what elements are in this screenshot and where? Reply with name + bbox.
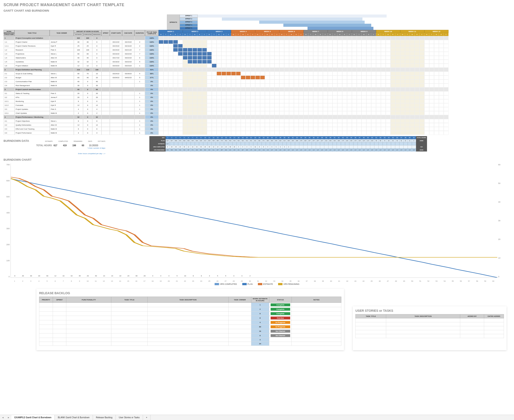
burndown-data-title: BURNDOWN DATA [4, 139, 29, 142]
task-row[interactable]: 2.3Communication PlanMalik M 40040 10% [4, 80, 510, 83]
backlog-table[interactable]: PRIORITYSPRINTFUNCTIONALITYTASK TITLETAS… [39, 297, 341, 346]
task-row[interactable]: 1.2ResearchPete S 1001000 03/15/2203/21/… [4, 48, 510, 52]
task-row[interactable]: 2.4Risk ManagementMalik M 30030 0% [4, 83, 510, 87]
burndown-data-table: DAY1234567891011121314151617181920212223… [149, 136, 427, 151]
task-row[interactable]: 4Project Performance / Monitoring 32032 … [4, 115, 510, 119]
task-row[interactable]: 1.5GuidelinesMalik M 32320 03/18/2203/22… [4, 60, 510, 64]
section-gantt-title: GANTT CHART AND BURNDOWN [4, 9, 510, 12]
task-row[interactable]: 3.2.1MonitoringKyle R 808 10% [4, 99, 510, 103]
task-row[interactable]: 1.1.1Project Charter RevisionsKyle R 252… [4, 44, 510, 48]
task-row[interactable]: 4.3Effort and Cost TrackingMalik M 808 1… [4, 127, 510, 131]
task-row[interactable]: 1Project Conception and Initiation 30930… [4, 36, 510, 40]
task-row[interactable]: 3Project Launch and Execution 66066 0% [4, 87, 510, 91]
page-title: SCRUM PROJECT MANAGEMENT GANTT CHART TEM… [4, 3, 510, 7]
task-row[interactable]: 3.3.1Chart UpdatesMalik M 202 10% [4, 111, 510, 115]
task-row[interactable]: 4.2Quality DeliverablesAllen W 12012 10% [4, 123, 510, 127]
task-row[interactable]: 1.3ProjectionsSteve L 60600 03/16/2203/2… [4, 52, 510, 56]
task-row[interactable]: 4.4Project PerformanceMalik M 404 10% [4, 131, 510, 135]
task-row[interactable]: 3.2.2ForecastsKyle R 12012 10% [4, 103, 510, 107]
gantt-chart: SPRINTSSPRINT 1SPRINT 2SPRINT 3SPRINT 4S… [4, 15, 510, 135]
task-row[interactable]: 2Project Definition and Planning 2101101… [4, 68, 510, 72]
user-stories-panel: USER STORIES or TASKS TASK TITLETASK DES… [353, 306, 506, 350]
release-backlog-panel: RELEASE BACKLOG PRIORITYSPRINTFUNCTIONAL… [37, 289, 344, 350]
task-row[interactable]: 4.1Project ObjectivesSteve L 808 10% [4, 119, 510, 123]
burndown-chart: 7006005004003002001000 6050403020100 820… [4, 164, 504, 282]
task-row[interactable]: 1.1Project CharterJenna P 40400 03/12/22… [4, 40, 510, 44]
task-row[interactable]: 2.2BudgetAllen W 604020 03/29/2204/02/22… [4, 75, 510, 80]
burndown-chart-title: BURNDOWN CHART [4, 158, 510, 161]
task-row[interactable]: 3.3Project UpdatesPete S 404 10% [4, 107, 510, 111]
task-row[interactable]: 1.4StakeholdersAllen W 40400 03/17/2203/… [4, 56, 510, 60]
task-row[interactable]: 3.1Status & TrackingPete S 20020 10% [4, 91, 510, 95]
task-row[interactable]: 2.1Scope & Goal SettingSteve L 807010 03… [4, 72, 510, 75]
task-row[interactable]: 3.2KPIsJenna P 20020 10% [4, 95, 510, 99]
task-row[interactable]: 1.6Project InitiationMalik M 12120 03/23… [4, 64, 510, 68]
stories-table[interactable]: TASK TITLETASK DESCRIPTIONADDED BYDATED … [355, 314, 504, 338]
hint-perday: Enter hours completed per day —> [47, 153, 106, 155]
hint-days: ^ Enter number of days [65, 147, 106, 149]
